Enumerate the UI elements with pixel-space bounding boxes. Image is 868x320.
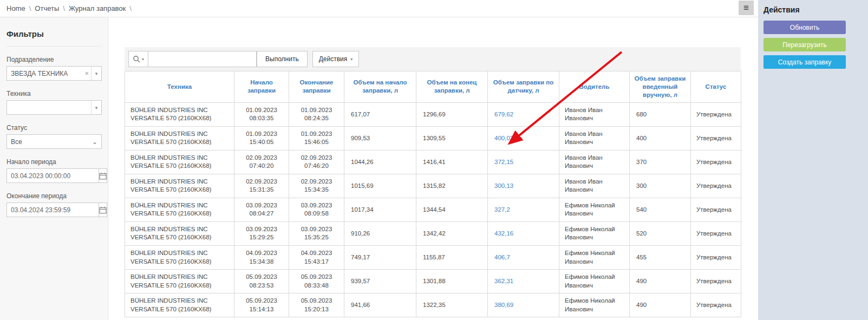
column-header-start[interactable]: Начало заправки bbox=[234, 71, 289, 103]
update-button[interactable]: Обновить bbox=[763, 21, 846, 34]
cell-end: 02.09.2023 07:46:20 bbox=[289, 150, 344, 174]
cell-driver: Ефимов Николай Иванович bbox=[559, 246, 630, 270]
cell-vol-manual: 680 bbox=[630, 102, 691, 126]
chevron-down-icon: ▾ bbox=[142, 57, 144, 62]
period-start-input[interactable] bbox=[6, 168, 99, 183]
sensor-volume-link[interactable]: 300,13 bbox=[494, 182, 513, 189]
cell-vol-manual: 455 bbox=[630, 246, 691, 270]
clear-icon[interactable]: × bbox=[82, 69, 91, 77]
cell-start: 05.09.2023 15:14:13 bbox=[234, 293, 289, 317]
cell-tech: BÜHLER INDUSTRIES INC VERSATILE 570 (216… bbox=[125, 221, 234, 245]
period-start-calendar-button[interactable] bbox=[99, 168, 107, 183]
cell-vol-start: 617,07 bbox=[344, 102, 416, 126]
cell-vol-manual: 370 bbox=[630, 150, 691, 174]
cell-start: 02.09.2023 07:40:20 bbox=[234, 150, 289, 174]
column-header-vol-sensor[interactable]: Объем заправки по датчику, л bbox=[488, 71, 559, 103]
cell-status: Утверждена bbox=[691, 174, 741, 198]
status-select[interactable]: Все ⌄ bbox=[6, 134, 102, 149]
cell-status: Утверждена bbox=[691, 198, 741, 221]
reload-button[interactable]: Перезагрузить bbox=[763, 38, 846, 51]
cell-driver: Ефимов Николай Иванович bbox=[559, 198, 630, 221]
column-header-tech[interactable]: Техника bbox=[125, 71, 234, 103]
table-row: BÜHLER INDUSTRIES INC VERSATILE 570 (216… bbox=[125, 293, 741, 317]
cell-vol-start: 909,53 bbox=[344, 126, 416, 150]
equipment-label: Техника bbox=[6, 90, 101, 97]
sensor-volume-link[interactable]: 327,2 bbox=[494, 206, 510, 213]
cell-vol-end: 1322,35 bbox=[416, 293, 488, 317]
table-row: BÜHLER INDUSTRIES INC VERSATILE 570 (216… bbox=[125, 150, 741, 174]
cell-status: Утверждена bbox=[691, 246, 741, 270]
cell-end: 05.09.2023 15:20:13 bbox=[289, 293, 344, 317]
cell-end: 01.09.2023 15:46:05 bbox=[289, 126, 344, 150]
cell-vol-end: 1344,54 bbox=[416, 198, 488, 221]
column-header-status[interactable]: Статус bbox=[691, 71, 741, 103]
column-header-end[interactable]: Окончание заправки bbox=[289, 71, 344, 103]
chevron-down-icon: ▾ bbox=[95, 71, 98, 76]
sensor-volume-link[interactable]: 380,69 bbox=[494, 302, 513, 308]
sensor-volume-link[interactable]: 432,16 bbox=[494, 230, 513, 237]
cell-vol-end: 1301,88 bbox=[416, 270, 488, 293]
cell-driver: Иванов Иван Иванович bbox=[559, 174, 630, 198]
subdivision-select[interactable]: ЗВЕЗДА ТЕХНИКА × ▾ bbox=[6, 66, 102, 81]
cell-end: 03.09.2023 15:35:25 bbox=[289, 221, 344, 245]
cell-tech: BÜHLER INDUSTRIES INC VERSATILE 570 (216… bbox=[125, 270, 234, 293]
cell-vol-manual: 300 bbox=[630, 174, 691, 198]
refuel-journal-table: Техника Начало заправки Окончание заправ… bbox=[125, 71, 741, 317]
cell-end: 01.09.2023 08:24:35 bbox=[289, 102, 344, 126]
cell-vol-sensor: 300,13 bbox=[488, 174, 559, 198]
cell-driver: Ефимов Николай Иванович bbox=[559, 221, 630, 245]
period-end-input[interactable] bbox=[6, 203, 99, 217]
execute-button[interactable]: Выполнить bbox=[257, 51, 308, 67]
calendar-icon bbox=[99, 206, 107, 214]
chevron-down-icon: ⌄ bbox=[92, 138, 101, 146]
cell-status: Утверждена bbox=[691, 293, 741, 317]
cell-vol-end: 1309,55 bbox=[416, 126, 488, 150]
cell-vol-start: 939,57 bbox=[344, 270, 416, 293]
table-header-row: Техника Начало заправки Окончание заправ… bbox=[125, 71, 741, 103]
cell-driver: Ефимов Николай Иванович bbox=[559, 270, 630, 293]
column-header-driver[interactable]: Водитель bbox=[559, 71, 630, 103]
cell-tech: BÜHLER INDUSTRIES INC VERSATILE 570 (216… bbox=[125, 102, 234, 126]
column-header-vol-manual[interactable]: Объем заправки введенный вручную, л bbox=[630, 71, 691, 103]
period-end-calendar-button[interactable] bbox=[99, 203, 107, 217]
column-header-vol-end[interactable]: Объем на конец заправки, л bbox=[416, 71, 488, 103]
breadcrumb-home[interactable]: Home bbox=[6, 4, 25, 12]
sensor-volume-link[interactable]: 679,62 bbox=[494, 111, 513, 117]
sensor-volume-link[interactable]: 362,31 bbox=[494, 278, 513, 284]
sensor-volume-link[interactable]: 372,15 bbox=[494, 159, 513, 165]
breadcrumb-fuel-journal[interactable]: Журнал заправок bbox=[69, 4, 126, 12]
actions-panel-title: Действия bbox=[763, 5, 863, 14]
cell-status: Утверждена bbox=[691, 270, 741, 293]
create-refuel-button[interactable]: Создать заправку bbox=[763, 55, 846, 69]
search-icon bbox=[133, 55, 140, 63]
hamburger-menu-button[interactable]: ≡ bbox=[739, 1, 754, 15]
sensor-volume-link[interactable]: 406,7 bbox=[494, 254, 510, 260]
equipment-select[interactable]: ▾ bbox=[6, 100, 102, 115]
cell-tech: BÜHLER INDUSTRIES INC VERSATILE 570 (216… bbox=[125, 246, 234, 270]
cell-vol-sensor: 327,2 bbox=[488, 198, 559, 221]
chevron-down-icon: ▾ bbox=[350, 57, 353, 62]
actions-panel: Действия Обновить Перезагрузить Создать … bbox=[758, 0, 868, 320]
cell-status: Утверждена bbox=[691, 126, 741, 150]
cell-end: 04.09.2023 15:43:17 bbox=[289, 246, 344, 270]
calendar-icon bbox=[99, 172, 107, 180]
cell-start: 03.09.2023 15:29:25 bbox=[234, 221, 289, 245]
cell-vol-sensor: 432,16 bbox=[488, 221, 559, 245]
cell-vol-manual: 490 bbox=[630, 293, 691, 317]
actions-dropdown-button[interactable]: Действия ▾ bbox=[312, 51, 360, 67]
search-input[interactable] bbox=[148, 51, 257, 67]
cell-vol-manual: 400 bbox=[630, 126, 691, 150]
cell-vol-end: 1416,41 bbox=[416, 150, 488, 174]
cell-status: Утверждена bbox=[691, 102, 741, 126]
cell-vol-sensor: 400,02 bbox=[488, 126, 559, 150]
sensor-volume-link[interactable]: 400,02 bbox=[494, 135, 513, 141]
breadcrumb-separator: \ bbox=[63, 4, 65, 12]
cell-tech: BÜHLER INDUSTRIES INC VERSATILE 570 (216… bbox=[125, 293, 234, 317]
breadcrumb-reports[interactable]: Отчеты bbox=[35, 4, 59, 12]
cell-vol-end: 1315,82 bbox=[416, 174, 488, 198]
period-end-label: Окончание периода bbox=[6, 192, 101, 200]
search-button[interactable]: ▾ bbox=[128, 51, 148, 67]
status-label: Статус bbox=[6, 124, 101, 132]
cell-start: 02.09.2023 15:31:35 bbox=[234, 174, 289, 198]
column-header-vol-start[interactable]: Объем на начало заправки, л bbox=[344, 71, 416, 103]
